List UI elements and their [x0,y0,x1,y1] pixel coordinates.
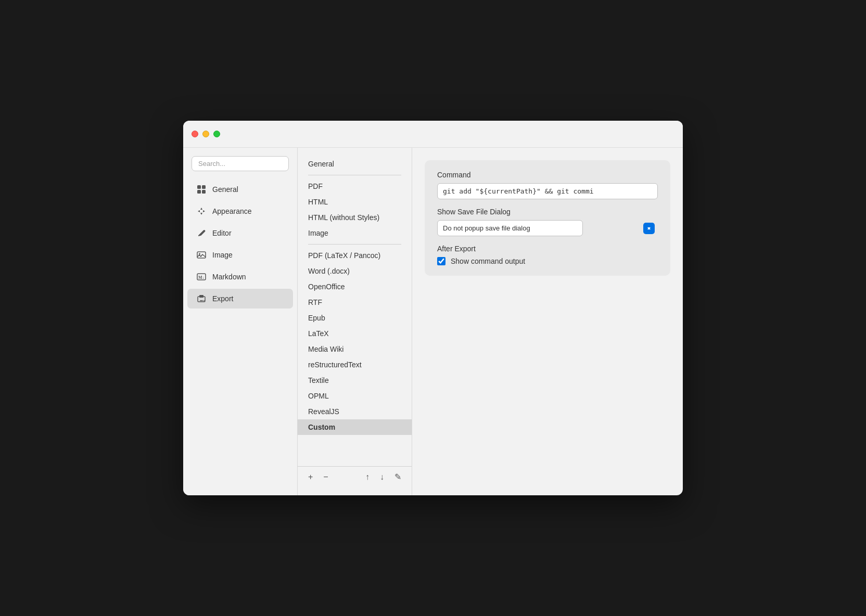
export-item-restructured[interactable]: reStructuredText [298,357,412,373]
save-dialog-label: Show Save File Dialog [437,208,658,216]
svg-rect-10 [200,300,203,301]
markdown-icon: M↓ [196,271,207,283]
close-button[interactable] [192,131,198,137]
after-export-label: After Export [437,245,658,253]
export-icon [196,293,207,304]
move-up-button[interactable]: ↑ [363,471,372,483]
maximize-button[interactable] [213,131,220,137]
export-item-general[interactable]: General [298,156,412,172]
svg-point-5 [199,253,200,255]
minimize-button[interactable] [202,131,209,137]
export-item-html[interactable]: HTML [298,194,412,210]
sidebar-item-appearance-label: Appearance [212,207,252,215]
export-divider-2 [308,244,401,245]
export-item-opml[interactable]: OPML [298,388,412,404]
export-toolbar: + − ↑ ↓ ✎ [298,466,412,487]
export-item-rtf[interactable]: RTF [298,294,412,310]
export-item-epub[interactable]: Epub [298,310,412,326]
traffic-lights [192,131,220,137]
export-item-revealjs[interactable]: RevealJS [298,404,412,419]
sidebar-item-export[interactable]: Export [187,289,293,309]
svg-rect-0 [197,185,201,189]
svg-rect-4 [197,252,206,258]
export-item-mediawiki[interactable]: Media Wiki [298,341,412,357]
export-item-latex[interactable]: LaTeX [298,326,412,341]
search-input[interactable] [192,156,289,171]
export-item-image[interactable]: Image [298,225,412,241]
sidebar: General Appearance [183,148,298,495]
svg-rect-9 [199,295,203,298]
sidebar-item-image[interactable]: Image [187,245,293,265]
move-down-button[interactable]: ↓ [378,471,386,483]
preferences-window: General Appearance [183,121,683,495]
save-dialog-field-group: Show Save File Dialog Do not popup save … [437,208,658,236]
svg-text:M↓: M↓ [198,275,205,280]
command-input[interactable] [437,183,658,199]
svg-point-11 [203,300,205,301]
sidebar-item-image-label: Image [212,251,233,259]
export-item-textile[interactable]: Textile [298,373,412,388]
sidebar-item-general-label: General [212,185,238,194]
detail-panel: Command Show Save File Dialog Do not pop… [412,148,683,495]
svg-rect-3 [202,190,206,194]
sidebar-item-editor[interactable]: Editor [187,223,293,243]
main-panel: General PDF HTML HTML (without Styles) I… [298,148,683,495]
editor-icon [196,227,207,239]
after-export-field-group: After Export Show command output [437,245,658,265]
search-container [183,156,297,177]
sidebar-item-editor-label: Editor [212,229,232,237]
export-list: General PDF HTML HTML (without Styles) I… [298,148,412,495]
export-item-html-no-styles[interactable]: HTML (without Styles) [298,210,412,225]
show-command-output-row: Show command output [437,257,658,265]
show-command-output-label: Show command output [451,257,525,265]
content-area: General Appearance [183,148,683,495]
appearance-icon [196,206,207,217]
export-item-word[interactable]: Word (.docx) [298,263,412,279]
detail-card: Command Show Save File Dialog Do not pop… [425,160,670,276]
sidebar-item-markdown[interactable]: M↓ Markdown [187,267,293,287]
edit-export-button[interactable]: ✎ [392,471,403,483]
export-item-pdf-latex[interactable]: PDF (LaTeX / Pancoc) [298,248,412,263]
general-icon [196,184,207,195]
export-list-items: General PDF HTML HTML (without Styles) I… [298,156,412,466]
sidebar-item-export-label: Export [212,294,233,303]
save-dialog-select-wrapper: Do not popup save file dialog [437,220,658,236]
command-label: Command [437,171,658,179]
export-item-custom[interactable]: Custom [298,419,412,435]
export-item-openoffice[interactable]: OpenOffice [298,279,412,294]
save-dialog-select[interactable]: Do not popup save file dialog [437,220,583,236]
remove-export-button[interactable]: − [321,471,330,483]
sidebar-item-markdown-label: Markdown [212,273,246,281]
export-divider-1 [308,175,401,175]
sidebar-item-appearance[interactable]: Appearance [187,201,293,221]
svg-rect-1 [202,185,206,189]
command-field-group: Command [437,171,658,199]
select-arrow-icon [643,223,655,234]
svg-rect-2 [197,190,201,194]
sidebar-item-general[interactable]: General [187,179,293,199]
titlebar [183,121,683,148]
add-export-button[interactable]: + [306,471,315,483]
show-command-output-checkbox[interactable] [437,257,445,265]
export-item-pdf[interactable]: PDF [298,178,412,194]
image-icon [196,249,207,261]
